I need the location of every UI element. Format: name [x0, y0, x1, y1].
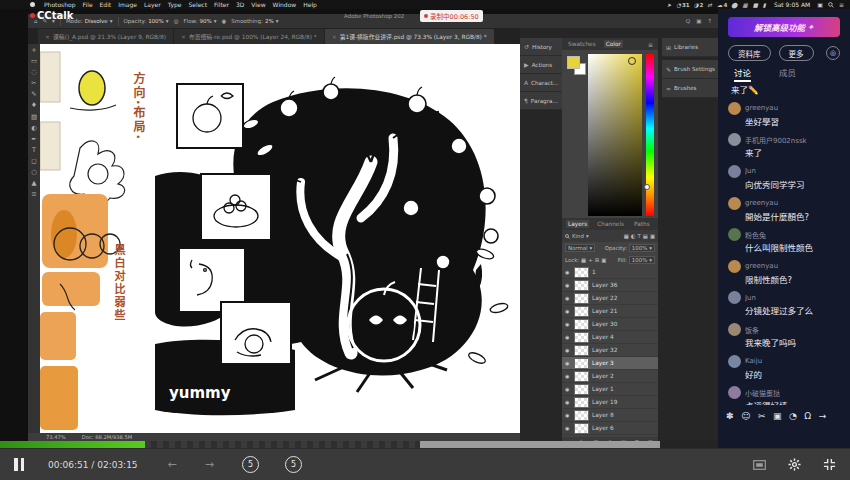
layer-thumbnail[interactable]	[574, 332, 589, 343]
menu-item[interactable]: Edit	[100, 1, 112, 8]
layer-thumbnail[interactable]	[574, 397, 589, 408]
siri-icon[interactable]: ▣	[817, 1, 823, 8]
toolbar-tool-icon[interactable]: ✎	[31, 91, 36, 98]
next-button[interactable]: →	[205, 458, 214, 471]
visibility-eye-icon[interactable]: ◉	[565, 295, 571, 301]
zoom-level[interactable]: 73.47%	[46, 434, 66, 440]
panel-tab[interactable]: Channels	[595, 220, 626, 228]
chat-tool-icon[interactable]: Ω	[804, 411, 811, 421]
lock-option-icon[interactable]: ▣	[601, 257, 606, 263]
seek-bar[interactable]	[0, 441, 718, 448]
panel-dock-button[interactable]: ↺ History	[520, 38, 562, 56]
visibility-eye-icon[interactable]: ◉	[565, 347, 571, 353]
avatar[interactable]	[728, 260, 741, 273]
layer-row[interactable]: ◉ ▾ ▤ Layer 22	[562, 292, 658, 305]
visibility-eye-icon[interactable]: ◉	[565, 399, 571, 405]
promo-banner[interactable]: 解锁高级功能 ✦	[728, 17, 840, 37]
foreground-background-swatches[interactable]	[567, 56, 587, 76]
search-icon[interactable]: Q	[686, 18, 690, 24]
visibility-eye-icon[interactable]: ◉	[565, 360, 571, 366]
chat-settings-icon[interactable]: ◎	[826, 46, 840, 60]
layer-row[interactable]: ◉ ▾ ▤ Layer 4	[562, 331, 658, 344]
lock-option-icon[interactable]: +	[588, 257, 593, 263]
visibility-eye-icon[interactable]: ◉	[565, 386, 571, 392]
avatar[interactable]	[728, 197, 741, 210]
panel-dock-button[interactable]: ¶ Paragra...	[520, 92, 562, 110]
seek-strip-dark[interactable]	[145, 441, 420, 448]
layer-row[interactable]: ◉ ▾ ▤ Layer 1	[562, 383, 658, 396]
visibility-eye-icon[interactable]: ◉	[565, 373, 571, 379]
toolbar-tool-icon[interactable]: +	[31, 47, 36, 54]
avatar[interactable]	[728, 102, 741, 115]
forward-5s-button[interactable]: 5	[285, 456, 302, 473]
layer-thumbnail[interactable]	[574, 267, 589, 278]
layer-thumbnail[interactable]	[574, 358, 589, 369]
filter-type-icon[interactable]: ▣	[650, 233, 655, 239]
avatar[interactable]	[728, 291, 741, 304]
visibility-eye-icon[interactable]: ◉	[565, 412, 571, 418]
seek-strip-end[interactable]	[660, 441, 718, 448]
layer-row[interactable]: ◉ ▾ ▤ Layer 30	[562, 318, 658, 331]
tab-close-icon[interactable]: ×	[45, 33, 50, 40]
menu-item[interactable]: Filter	[214, 1, 229, 8]
layer-row[interactable]: ◉ ▾ ▤ Layer 21	[562, 305, 658, 318]
tab-close-icon[interactable]: ×	[332, 33, 337, 40]
pressure-opacity-icon[interactable]: ◎	[174, 18, 179, 24]
toolbar-tool-icon[interactable]: ◐	[31, 125, 37, 132]
toolbar-tool-icon[interactable]: ♦	[31, 102, 37, 109]
library-button[interactable]: 资料库	[728, 45, 771, 61]
settings-gear-icon[interactable]	[788, 458, 801, 471]
avatar[interactable]	[728, 165, 741, 178]
layer-thumbnail[interactable]	[574, 293, 589, 304]
menu-item[interactable]: Layer	[144, 1, 161, 8]
layer-opacity-dropdown[interactable]: 100% ▾	[629, 244, 655, 252]
menu-item[interactable]: Window	[273, 1, 297, 8]
chat-tool-icon[interactable]: ▣	[773, 411, 782, 421]
menu-item[interactable]: View	[251, 1, 265, 8]
fill-dropdown[interactable]: 100% ▾	[629, 256, 655, 264]
toolbar-tool-icon[interactable]: T	[32, 147, 36, 154]
visibility-eye-icon[interactable]: ◉	[565, 282, 571, 288]
chat-tool-icon[interactable]: ✽	[726, 411, 734, 421]
layer-thumbnail[interactable]	[574, 384, 589, 395]
avatar[interactable]	[728, 323, 741, 336]
visibility-eye-icon[interactable]: ◉	[565, 269, 571, 275]
layer-thumbnail[interactable]	[574, 306, 589, 317]
filter-type-icon[interactable]: ▦	[624, 233, 629, 239]
flow-control[interactable]: Flow: 90% ▾	[183, 18, 216, 24]
avatar[interactable]	[728, 228, 741, 241]
panel-dock-button[interactable]: ✎ Brush Settings	[662, 60, 718, 79]
more-button[interactable]: 更多	[779, 45, 814, 61]
exit-fullscreen-icon[interactable]	[823, 458, 836, 471]
panel-tab[interactable]: Paths	[632, 220, 652, 228]
control-center-icon[interactable]: ≡	[839, 1, 844, 8]
layer-row[interactable]: ◉ ▾ ▤ Layer 8	[562, 409, 658, 422]
status-icon[interactable]: ⬤	[731, 2, 738, 8]
layer-thumbnail[interactable]	[574, 345, 589, 356]
toolbar-tool-icon[interactable]: ▲	[32, 180, 37, 187]
visibility-eye-icon[interactable]: ◉	[565, 425, 571, 431]
panel-tab[interactable]: Swatches	[566, 40, 598, 48]
visibility-eye-icon[interactable]: ◉	[565, 321, 571, 327]
opacity-control[interactable]: Opacity: 100% ▾	[124, 18, 169, 24]
chat-tool-icon[interactable]: ☺	[741, 411, 750, 421]
toolbar-tool-icon[interactable]: ✂	[31, 80, 36, 87]
panel-dock-button[interactable]: ⊞ Libraries	[662, 38, 718, 57]
layer-row[interactable]: ◉ ▾ ▤ Layer 32	[562, 344, 658, 357]
visibility-eye-icon[interactable]: ◉	[565, 334, 571, 340]
status-icon[interactable]: ➤	[667, 2, 673, 8]
chat-tool-icon[interactable]: ✂	[758, 411, 766, 421]
panel-tab[interactable]: Color	[604, 40, 623, 48]
chat-tool-icon[interactable]: →	[819, 411, 827, 421]
layer-thumbnail[interactable]	[574, 410, 589, 421]
document-tab[interactable]: × 布置细稿-re.psd @ 100% (Layer 24, RGB/8) *	[174, 29, 324, 44]
mini-player-icon[interactable]	[753, 460, 766, 470]
options-bar-right-icons[interactable]: Q ▣ ↑	[686, 18, 712, 24]
toolbar-tool-icon[interactable]: ◌	[31, 69, 37, 76]
panel-tab[interactable]: Layers	[566, 220, 589, 228]
toolbar-tool-icon[interactable]: ◻	[31, 158, 36, 165]
status-icon[interactable]: ⇄	[707, 2, 713, 8]
toolbar-tool-icon[interactable]: ○	[31, 169, 37, 176]
status-icon[interactable]: ◑2	[694, 2, 704, 8]
menu-item[interactable]: Type	[168, 1, 182, 8]
